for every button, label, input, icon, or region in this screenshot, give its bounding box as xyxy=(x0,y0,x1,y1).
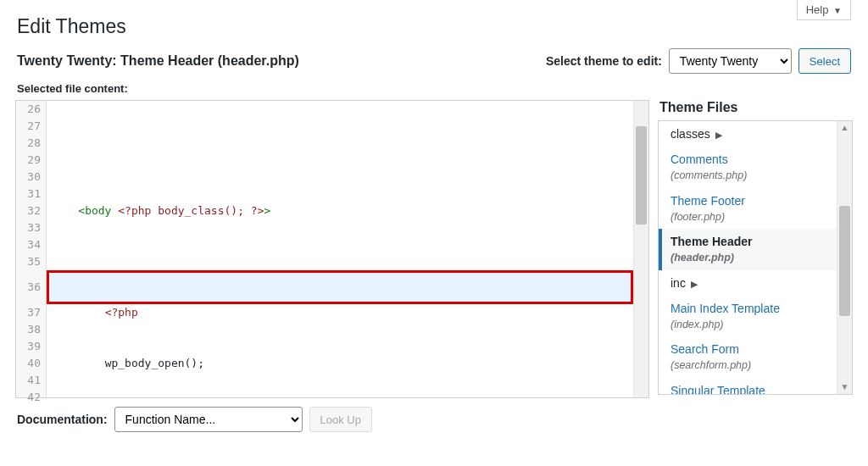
theme-select-label: Select theme to edit: xyxy=(546,54,662,68)
chevron-down-icon: ▼ xyxy=(833,6,842,15)
file-footer[interactable]: Theme Footer(footer.php) xyxy=(659,188,837,229)
subhead-row: Twenty Twenty: Theme Header (header.php)… xyxy=(0,45,868,80)
files-scrollbar[interactable]: ▲ ▼ xyxy=(837,121,852,394)
file-searchform[interactable]: Search Form(searchform.php) xyxy=(659,336,837,377)
code-editor[interactable]: 26 27 28 29 30 31 32 33 34 35 36 37 38 3… xyxy=(15,100,649,398)
selected-file-label: Selected file content: xyxy=(0,80,868,100)
files-list: classes ▶ Comments(comments.php) Theme F… xyxy=(659,121,837,394)
documentation-row: Documentation: Function Name... Look Up xyxy=(0,398,868,441)
documentation-select[interactable]: Function Name... xyxy=(114,407,303,432)
select-button[interactable]: Select xyxy=(798,48,851,74)
theme-select-group: Select theme to edit: Twenty Twenty Sele… xyxy=(546,48,851,74)
file-comments[interactable]: Comments(comments.php) xyxy=(659,147,837,187)
editor-scrollbar[interactable] xyxy=(633,101,648,397)
theme-select[interactable]: Twenty Twenty xyxy=(669,48,792,74)
page-title: Edit Themes xyxy=(0,0,868,45)
file-title: Twenty Twenty: Theme Header (header.php) xyxy=(17,53,299,69)
file-header[interactable]: Theme Header(header.php) xyxy=(659,229,837,269)
chevron-right-icon: ▶ xyxy=(715,130,722,140)
code-content[interactable]: <body <?php body_class(); ?>> <?php wp_b… xyxy=(47,101,633,397)
files-scroll-thumb[interactable] xyxy=(839,206,850,316)
editor-scroll-thumb[interactable] xyxy=(636,126,647,225)
help-label: Help xyxy=(806,3,829,16)
chevron-right-icon: ▶ xyxy=(691,279,698,289)
file-singular[interactable]: Singular Template(singular.php) xyxy=(659,378,837,394)
help-tab[interactable]: Help ▼ xyxy=(797,0,851,20)
line-gutter: 26 27 28 29 30 31 32 33 34 35 36 37 38 3… xyxy=(16,101,47,397)
scroll-up-icon[interactable]: ▲ xyxy=(837,121,852,135)
scroll-down-icon[interactable]: ▼ xyxy=(837,380,852,394)
folder-inc[interactable]: inc ▶ xyxy=(659,270,837,296)
sidebar-title: Theme Files xyxy=(658,100,853,120)
theme-files-sidebar: Theme Files classes ▶ Comments(comments.… xyxy=(658,100,853,398)
folder-classes[interactable]: classes ▶ xyxy=(659,121,837,147)
file-index[interactable]: Main Index Template(index.php) xyxy=(659,296,837,336)
documentation-label: Documentation: xyxy=(17,413,108,426)
lookup-button[interactable]: Look Up xyxy=(309,407,372,432)
